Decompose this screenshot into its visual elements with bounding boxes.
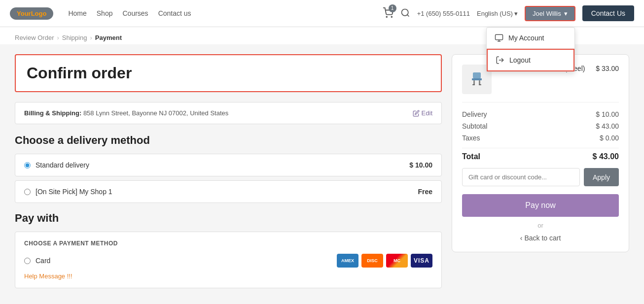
logo-logo: Logo — [31, 10, 47, 17]
taxes-label: Taxes — [462, 134, 480, 142]
nav-home[interactable]: Home — [68, 9, 86, 17]
svg-point-1 — [391, 16, 392, 17]
delivery-onsite-price: Free — [418, 188, 432, 196]
delivery-method-title: Choose a delivery method — [15, 134, 442, 147]
svg-point-0 — [386, 16, 387, 17]
chair-icon — [468, 70, 486, 88]
nav-courses[interactable]: Courses — [122, 9, 148, 17]
delivery-onsite-radio[interactable] — [24, 189, 31, 195]
header: YourLogo Home Shop Courses Contact us 1 … — [0, 0, 644, 27]
back-to-cart-label: Back to cart — [524, 234, 561, 242]
svg-rect-8 — [473, 72, 481, 78]
taxes-value: $ 0.00 — [600, 134, 619, 142]
confirm-order-box: Confirm order — [15, 54, 442, 92]
logout-item[interactable]: Logout — [487, 49, 574, 71]
card-icons: AMEX DISC MC VISA — [337, 254, 432, 268]
total-label: Total — [462, 152, 480, 161]
delivery-onsite-label: [On Site Pick] My Shop 1 — [36, 188, 112, 196]
subtotal-summary-row: Subtotal $ 43.00 — [462, 122, 619, 130]
edit-icon — [413, 110, 420, 117]
back-chevron-icon: ‹ — [520, 234, 523, 242]
breadcrumb-shipping[interactable]: Shipping — [62, 34, 87, 41]
amex-icon: AMEX — [337, 254, 358, 268]
breadcrumb-sep-2: › — [90, 34, 92, 41]
left-column: Confirm order Billing & Shipping: 858 Ly… — [15, 54, 442, 288]
delivery-option-standard-left: Standard delivery — [24, 161, 89, 169]
billing-label-text: Billing & Shipping: — [24, 109, 81, 117]
or-text: or — [462, 222, 619, 229]
my-account-label: My Account — [508, 34, 544, 42]
mastercard-icon: MC — [386, 254, 408, 268]
discount-code-input[interactable] — [462, 168, 580, 186]
nav-contact[interactable]: Contact us — [158, 9, 191, 17]
card-label: Card — [36, 257, 50, 265]
apply-discount-button[interactable]: Apply — [584, 168, 619, 186]
taxes-summary-row: Taxes $ 0.00 — [462, 134, 619, 142]
contact-us-button[interactable]: Contact Us — [582, 5, 634, 21]
visa-icon: VISA — [411, 254, 432, 268]
language-selector[interactable]: English (US) ▾ — [477, 10, 518, 17]
svg-point-2 — [401, 9, 408, 15]
language-label: English (US) — [477, 10, 513, 17]
card-radio[interactable] — [24, 258, 31, 264]
total-row: Total $ 43.00 — [462, 148, 619, 161]
my-account-item[interactable]: My Account — [487, 28, 574, 49]
svg-rect-12 — [472, 84, 475, 85]
logout-icon — [496, 56, 504, 65]
confirm-order-title: Confirm order — [27, 64, 430, 82]
edit-label: Edit — [422, 109, 432, 117]
back-to-cart-link[interactable]: ‹ Back to cart — [462, 234, 619, 242]
subtotal-label: Subtotal — [462, 122, 487, 130]
logout-label: Logout — [509, 56, 531, 64]
main-content: Confirm order Billing & Shipping: 858 Ly… — [0, 44, 644, 298]
billing-label: Billing & Shipping: 858 Lynn Street, Bay… — [24, 109, 228, 117]
breadcrumb-review-order[interactable]: Review Order — [15, 34, 54, 41]
svg-rect-9 — [472, 78, 482, 80]
delivery-standard-radio[interactable] — [24, 162, 31, 169]
breadcrumb-payment: Payment — [95, 34, 122, 41]
chevron-down-icon: ▾ — [514, 10, 518, 17]
cart-badge: 1 — [389, 4, 396, 12]
discount-row: Apply — [462, 168, 619, 186]
pay-with-section: Pay with CHOOSE A PAYMENT METHOD Card AM… — [15, 212, 442, 288]
total-value: $ 43.00 — [593, 152, 619, 161]
search-icon — [400, 8, 410, 18]
logo: YourLogo — [10, 7, 53, 20]
header-right: 1 +1 (650) 555-0111 English (US) ▾ Joel … — [383, 5, 634, 21]
right-column: 1 x Conference Chair (Steel) $ 33.00 Del… — [452, 54, 629, 288]
product-price: $ 33.00 — [596, 65, 619, 72]
payment-method-label: CHOOSE A PAYMENT METHOD — [24, 240, 432, 247]
delivery-standard-label: Standard delivery — [36, 161, 89, 169]
discover-icon: DISC — [361, 254, 383, 268]
user-dropdown-menu: My Account Logout — [486, 27, 575, 72]
pay-with-title: Pay with — [15, 212, 442, 225]
subtotal-value: $ 43.00 — [596, 122, 619, 130]
delivery-value: $ 10.00 — [596, 110, 619, 118]
delivery-standard-price: $ 10.00 — [409, 161, 432, 169]
delivery-summary-row: Delivery $ 10.00 — [462, 110, 619, 118]
breadcrumb-sep-1: › — [57, 34, 59, 41]
main-nav: Home Shop Courses Contact us — [68, 9, 382, 17]
payment-methods-box: CHOOSE A PAYMENT METHOD Card AMEX DISC M… — [15, 232, 442, 288]
user-name-label: Joel Willis — [533, 10, 561, 17]
delivery-option-standard[interactable]: Standard delivery $ 10.00 — [15, 154, 442, 176]
chevron-down-icon: ▾ — [564, 10, 568, 17]
account-icon — [495, 34, 503, 42]
help-message: Help Message !!! — [24, 272, 432, 280]
search-button[interactable] — [400, 8, 410, 19]
edit-billing-button[interactable]: Edit — [413, 109, 432, 117]
delivery-option-onsite-left: [On Site Pick] My Shop 1 — [24, 188, 112, 196]
svg-rect-4 — [496, 34, 503, 40]
delivery-label: Delivery — [462, 110, 487, 118]
svg-rect-13 — [479, 84, 481, 85]
billing-shipping-box: Billing & Shipping: 858 Lynn Street, Bay… — [15, 102, 442, 124]
nav-shop[interactable]: Shop — [97, 9, 113, 17]
order-summary-box: 1 x Conference Chair (Steel) $ 33.00 Del… — [452, 54, 629, 252]
delivery-option-onsite[interactable]: [On Site Pick] My Shop 1 Free — [15, 180, 442, 203]
user-menu-button[interactable]: Joel Willis ▾ — [525, 6, 575, 21]
svg-line-3 — [407, 14, 409, 16]
cart-button[interactable]: 1 — [383, 7, 394, 20]
pay-now-button[interactable]: Pay now — [462, 194, 619, 217]
card-option-left: Card — [24, 257, 50, 265]
logo-your: Your — [17, 10, 31, 17]
